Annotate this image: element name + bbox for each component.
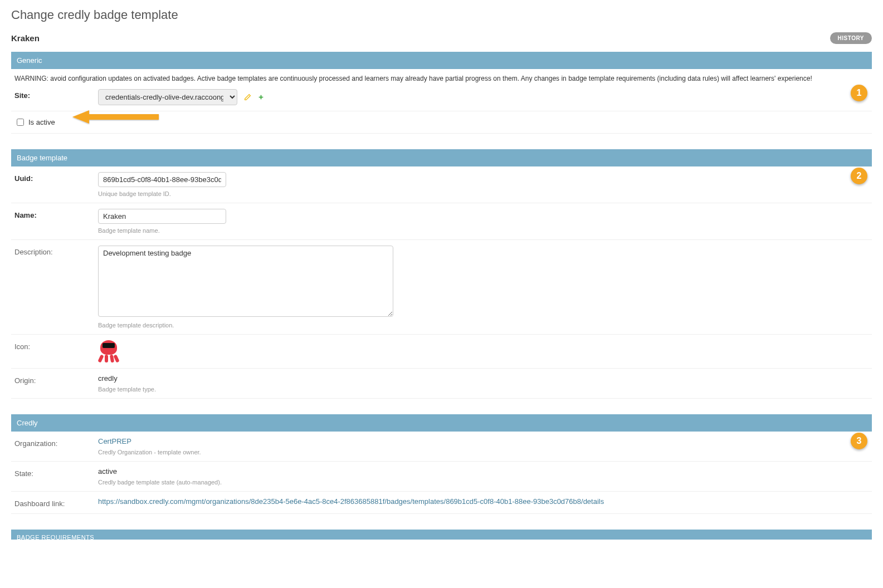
page-title: Change credly badge template (11, 8, 872, 22)
is-active-label[interactable]: Is active (28, 118, 55, 126)
organization-label: Organization: (14, 437, 98, 448)
callout-1: 1 (851, 85, 867, 101)
site-select[interactable]: credentials-credly-olive-dev.raccoongang… (98, 89, 237, 105)
warning-text: WARNING: avoid configuration updates on … (11, 69, 872, 84)
state-value: active (98, 467, 869, 476)
svg-marker-1 (72, 110, 89, 124)
description-textarea[interactable] (98, 246, 393, 317)
uuid-help: Unique badge template ID. (98, 190, 869, 197)
arrow-annotation-icon (67, 109, 162, 125)
pencil-icon[interactable] (244, 94, 251, 102)
section-header-generic: Generic (11, 52, 872, 69)
origin-value: credly (98, 374, 869, 383)
site-label: Site: (14, 89, 98, 100)
plus-icon[interactable] (257, 94, 265, 102)
state-label: State: (14, 467, 98, 478)
object-title: Kraken (11, 33, 40, 43)
description-label: Description: (14, 246, 98, 256)
svg-rect-0 (86, 114, 159, 120)
section-header-credly: Credly (11, 414, 872, 432)
origin-help: Badge template type. (98, 386, 869, 393)
name-input[interactable] (98, 209, 226, 224)
callout-3: 3 (851, 433, 867, 449)
is-active-checkbox[interactable] (17, 119, 24, 126)
uuid-label: Uuid: (14, 172, 98, 183)
name-help: Badge template name. (98, 227, 869, 234)
description-help: Badge template description. (98, 322, 869, 329)
uuid-input[interactable] (98, 172, 226, 187)
organization-link[interactable]: CertPREP (98, 437, 131, 445)
organization-help: Credly Organization - template owner. (98, 449, 869, 455)
section-header-badge-requirements: BADGE REQUIREMENTS (11, 530, 872, 540)
origin-label: Origin: (14, 374, 98, 385)
section-header-badge-template: Badge template (11, 149, 872, 166)
icon-label: Icon: (14, 340, 98, 351)
icon-image (98, 340, 119, 362)
state-help: Credly badge template state (auto-manage… (98, 479, 869, 486)
callout-2: 2 (851, 168, 867, 184)
history-button[interactable]: HISTORY (830, 32, 872, 44)
name-label: Name: (14, 209, 98, 219)
dashboard-link-label: Dashboard link: (14, 497, 98, 508)
dashboard-link[interactable]: https://sandbox.credly.com/mgmt/organiza… (98, 497, 604, 506)
